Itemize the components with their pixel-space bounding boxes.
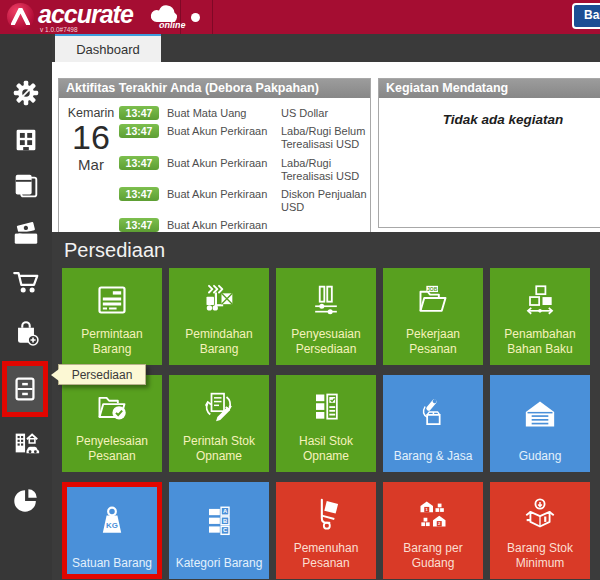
- activity-row[interactable]: 13:47Buat Mata UangUS Dollar: [119, 106, 376, 120]
- activity-name: Buat Akun Perkiraan: [159, 124, 281, 138]
- activity-date: Kemarin 16 Mar: [63, 106, 119, 237]
- min-stock-box-icon: [490, 482, 590, 541]
- activity-detail: Laba/Rugi Belum Terealisasi USD: [281, 124, 376, 151]
- tile-barang-jasa[interactable]: Barang & Jasa: [383, 375, 483, 472]
- stock-result-icon: [276, 375, 376, 434]
- tile-penyesuaian-persediaan[interactable]: Penyesuaian Persediaan: [276, 268, 376, 365]
- tile-label: Barang & Jasa: [383, 449, 483, 472]
- tile-label: Kategori Barang: [169, 556, 269, 579]
- activity-time-badge: 13:47: [119, 124, 159, 138]
- sidebar-item-cash-bank[interactable]: [0, 216, 52, 252]
- request-form-icon: [62, 268, 162, 327]
- tile-gudang[interactable]: Gudang: [490, 375, 590, 472]
- tile-label: Permintaan Barang: [62, 327, 162, 365]
- upcoming-events-title: Kegiatan Mendatang: [379, 79, 600, 98]
- tile-label: Penyesuaian Persediaan: [276, 327, 376, 365]
- activity-row[interactable]: 13:47Buat Akun PerkiraanLaba/Rugi Belum …: [119, 124, 376, 151]
- tile-label: Gudang: [490, 449, 590, 472]
- pie-chart-icon: [11, 485, 41, 515]
- forklift-icon: [169, 268, 269, 327]
- tile-label: Penyelesaian Pesanan: [62, 434, 162, 472]
- tile-label: Pemenuhan Pesanan: [276, 541, 376, 579]
- tile-hasil-stok-opname[interactable]: Hasil Stok Opname: [276, 375, 376, 472]
- tile-label: Satuan Barang: [62, 556, 162, 579]
- tab-bar: Dashboard: [0, 34, 600, 62]
- raw-material-icon: [490, 268, 590, 327]
- drawer-cabinet-icon: [10, 374, 40, 404]
- hand-truck-icon: [276, 482, 376, 541]
- job-folder-icon: JOB: [383, 268, 483, 327]
- category-abc-icon: ABC: [169, 482, 269, 556]
- activity-row[interactable]: 13:47Buat Akun Perkiraan: [119, 218, 376, 232]
- sidebar: [0, 34, 52, 580]
- warehouse-icon: [490, 375, 590, 449]
- building-house-car-icon: [11, 428, 41, 458]
- activity-detail: Laba/Rugi Terealisasi USD: [281, 156, 376, 183]
- activity-time-badge: 13:47: [119, 187, 159, 201]
- tile-barang-per-gudang[interactable]: 12Barang per Gudang: [383, 482, 483, 579]
- svg-text:JOB: JOB: [427, 285, 438, 291]
- activity-name: Buat Mata Uang: [159, 106, 281, 120]
- tile-label: Penambahan Bahan Baku: [490, 327, 590, 365]
- tile-penyelesaian-pesanan[interactable]: Penyelesaian Pesanan: [62, 375, 162, 472]
- activity-row[interactable]: 13:47Buat Akun PerkiraanDiskon Penjualan…: [119, 187, 376, 214]
- tile-label: Pekerjaan Pesanan: [383, 327, 483, 365]
- tile-perintah-stok-opname[interactable]: Perintah Stok Opname: [169, 375, 269, 472]
- tile-label: Perintah Stok Opname: [169, 434, 269, 472]
- activity-detail: US Dollar: [281, 106, 376, 120]
- svg-text:KG: KG: [106, 521, 118, 530]
- sidebar-item-reports[interactable]: [0, 482, 52, 518]
- gear-wrench-icon: [11, 78, 41, 108]
- activity-name: Buat Akun Perkiraan: [159, 187, 281, 201]
- tile-label: Hasil Stok Opname: [276, 434, 376, 472]
- sidebar-item-inventory[interactable]: [2, 361, 48, 417]
- activity-detail: [281, 218, 376, 219]
- shopping-cart-icon: [11, 267, 41, 297]
- wallet-money-icon: [11, 219, 41, 249]
- book-icon: [11, 171, 41, 201]
- activity-detail: Diskon Penjualan USD: [281, 187, 376, 214]
- sidebar-item-sales[interactable]: [0, 264, 52, 300]
- stock-order-icon: [169, 375, 269, 434]
- tile-penambahan-bahan-baku[interactable]: Penambahan Bahan Baku: [490, 268, 590, 365]
- sidebar-item-journal[interactable]: [0, 168, 52, 204]
- activity-name: Buat Akun Perkiraan: [159, 156, 281, 170]
- inventory-menu-overlay: Persediaan Permintaan BarangPemindahan B…: [52, 232, 600, 580]
- brand-online-label: online: [159, 20, 186, 30]
- activity-row[interactable]: 13:47Buat Akun PerkiraanLaba/Rugi Tereal…: [119, 156, 376, 183]
- activity-name: Buat Akun Perkiraan: [159, 218, 281, 232]
- weight-kg-icon: KG: [62, 482, 162, 556]
- upcoming-events-panel: Kegiatan Mendatang Tidak ada kegiatan: [378, 78, 600, 228]
- tile-pekerjaan-pesanan[interactable]: JOBPekerjaan Pesanan: [383, 268, 483, 365]
- stock-adjust-icon: [276, 268, 376, 327]
- tile-pemenuhan-pesanan[interactable]: Pemenuhan Pesanan: [276, 482, 376, 579]
- svg-text:B: B: [223, 518, 227, 524]
- sidebar-item-assets[interactable]: [0, 425, 52, 461]
- sidebar-item-purchases[interactable]: [0, 315, 52, 351]
- date-day: 16: [63, 120, 119, 156]
- building-icon: [11, 125, 41, 155]
- tab-dashboard[interactable]: Dashboard: [55, 34, 161, 62]
- sidebar-item-company[interactable]: [0, 122, 52, 158]
- help-button[interactable]: Bantuan: [572, 3, 600, 29]
- tile-pemindahan-barang[interactable]: Pemindahan Barang: [169, 268, 269, 365]
- tile-kategori-barang[interactable]: ABCKategori Barang: [169, 482, 269, 579]
- no-events-message: Tidak ada kegiatan: [379, 112, 600, 127]
- version-label: v 1.0.0#7498: [40, 26, 78, 33]
- sidebar-item-settings[interactable]: [0, 75, 52, 111]
- sidebar-tooltip: Persediaan: [58, 364, 146, 385]
- inventory-tile-grid: Permintaan BarangPemindahan BarangPenyes…: [62, 268, 590, 579]
- date-month: Mar: [63, 156, 119, 173]
- recent-activity-title: Aktifitas Terakhir Anda (Debora Pakpahan…: [59, 79, 370, 98]
- svg-text:C: C: [223, 527, 228, 533]
- svg-text:A: A: [223, 508, 228, 514]
- tile-permintaan-barang[interactable]: Permintaan Barang: [62, 268, 162, 365]
- brand-name: accurate: [38, 0, 133, 29]
- notification-dot-icon[interactable]: [191, 13, 200, 22]
- tile-satuan-barang[interactable]: KGSatuan Barang: [62, 482, 162, 579]
- activity-time-badge: 13:47: [119, 156, 159, 170]
- tile-barang-stok-minimum[interactable]: Barang Stok Minimum: [490, 482, 590, 579]
- goods-services-icon: [383, 375, 483, 449]
- tile-label: Barang per Gudang: [383, 541, 483, 579]
- header-divider: [212, 0, 213, 34]
